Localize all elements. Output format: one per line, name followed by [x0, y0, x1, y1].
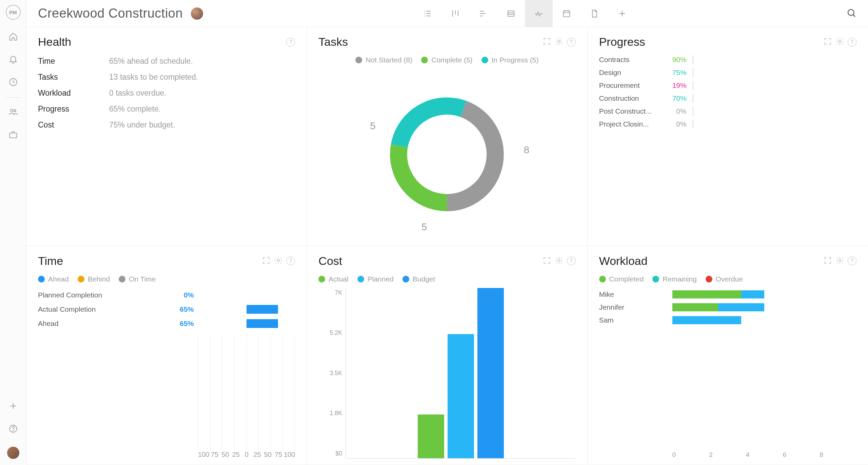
project-avatar[interactable]: [191, 7, 203, 20]
legend-label: Actual: [329, 275, 348, 283]
svg-point-14: [277, 259, 280, 261]
expand-icon[interactable]: [542, 37, 551, 47]
expand-icon[interactable]: [262, 256, 271, 266]
workload-bar-bed: [672, 303, 856, 311]
progress-bar-bed: [693, 120, 856, 128]
add-icon[interactable]: [8, 401, 18, 412]
workload-legend: Completed Remaining Overdue: [599, 275, 856, 283]
expand-icon[interactable]: [823, 256, 832, 266]
legend-item[interactable]: Ahead: [38, 275, 69, 283]
legend-item[interactable]: Behind: [78, 275, 110, 283]
tab-list[interactable]: [414, 0, 441, 27]
briefcase-icon[interactable]: [8, 130, 18, 140]
legend-item[interactable]: Complete (5): [421, 56, 472, 64]
search-icon[interactable]: [846, 8, 856, 19]
legend-item[interactable]: Remaining: [652, 275, 696, 283]
help-icon[interactable]: ?: [848, 256, 856, 265]
donut-label-complete: 5: [421, 221, 427, 233]
legend-dot: [119, 276, 125, 283]
current-user-avatar[interactable]: [7, 447, 19, 459]
expand-icon[interactable]: [823, 37, 832, 47]
axis-tick: 6: [783, 451, 820, 459]
gear-icon[interactable]: [555, 256, 564, 266]
axis-tick: 100: [284, 451, 295, 459]
time-label: Ahead: [38, 319, 167, 328]
workload-bar-bed: [672, 316, 856, 324]
axis-tick: 100: [198, 451, 209, 459]
legend-item[interactable]: Not Started (8): [355, 56, 412, 64]
tab-file[interactable]: [580, 0, 608, 27]
tab-table[interactable]: [497, 0, 525, 27]
legend-item[interactable]: On Time: [119, 275, 156, 283]
dashboard-grid: Health ? Time 65% ahead of schedule. Tas…: [26, 27, 868, 465]
progress-percent: 75%: [663, 69, 687, 77]
gear-icon[interactable]: [835, 256, 844, 266]
legend-item[interactable]: Planned: [357, 275, 394, 283]
tab-board[interactable]: [441, 0, 469, 27]
legend-label: Budget: [413, 275, 435, 283]
legend-item[interactable]: Budget: [402, 275, 435, 283]
axis-tick: 75: [273, 451, 284, 459]
help-icon[interactable]: ?: [567, 38, 576, 46]
legend-item[interactable]: Completed: [599, 275, 644, 283]
axis-tick: 25: [231, 451, 241, 459]
legend-dot: [706, 276, 712, 283]
page-title: Creekwood Construction: [38, 6, 183, 21]
legend-item[interactable]: In Progress (5): [481, 56, 539, 64]
axis-tick: 7K: [335, 289, 342, 296]
progress-bar-bed: [693, 69, 856, 76]
legend-label: Overdue: [716, 275, 743, 283]
bell-icon[interactable]: [8, 55, 18, 65]
gear-icon[interactable]: [835, 37, 844, 47]
app-logo[interactable]: PM: [6, 5, 21, 20]
health-row: Tasks 13 tasks to be completed.: [38, 69, 295, 85]
legend-label: Remaining: [663, 275, 696, 283]
time-legend: Ahead Behind On Time: [38, 275, 295, 283]
tab-calendar[interactable]: [553, 0, 580, 27]
health-label: Cost: [38, 120, 109, 130]
svg-point-8: [848, 9, 854, 16]
clock-icon[interactable]: [8, 77, 18, 88]
home-icon[interactable]: [8, 32, 18, 42]
svg-point-15: [558, 259, 560, 261]
rail-divider: [6, 97, 20, 98]
svg-point-1: [10, 109, 13, 112]
health-value: 13 tasks to be completed.: [109, 73, 198, 82]
cost-y-axis: 7K5.2K3.5K1.8K$0: [318, 288, 346, 459]
help-icon[interactable]: ?: [286, 38, 295, 46]
people-icon[interactable]: [8, 107, 18, 118]
tab-dashboard[interactable]: [525, 0, 553, 27]
help-icon[interactable]: ?: [567, 256, 576, 265]
legend-label: Behind: [88, 275, 110, 283]
expand-icon[interactable]: [542, 256, 551, 266]
donut-label-not-started: 8: [524, 144, 529, 156]
legend-item[interactable]: Overdue: [706, 275, 743, 283]
progress-percent: 90%: [663, 56, 687, 64]
help-icon[interactable]: [8, 424, 18, 434]
progress-label: Post Construct...: [599, 107, 657, 115]
axis-tick: 3.5K: [330, 370, 342, 377]
workload-segment: [672, 290, 742, 298]
panel-title: Progress: [599, 35, 645, 49]
panel-title: Time: [38, 254, 63, 268]
donut-chart: [382, 90, 511, 219]
workload-rows: Mike Jennifer Sam: [599, 288, 856, 327]
time-bar: [246, 305, 278, 314]
tab-add[interactable]: [608, 0, 636, 27]
help-icon[interactable]: ?: [848, 38, 856, 46]
health-label: Time: [38, 57, 109, 66]
gear-icon[interactable]: [555, 37, 564, 47]
panel-title: Cost: [318, 254, 342, 268]
panel-time: Time ? Ahead Behind On Time Planned: [26, 246, 307, 465]
legend-item[interactable]: Actual: [318, 275, 348, 283]
legend-label: Completed: [609, 275, 644, 283]
workload-axis: 02468: [599, 451, 856, 459]
axis-tick: 2: [709, 451, 746, 459]
gear-icon[interactable]: [274, 256, 283, 266]
help-icon[interactable]: ?: [286, 256, 295, 265]
view-tabs: [414, 0, 636, 27]
health-label: Workload: [38, 89, 109, 98]
tab-gantt[interactable]: [469, 0, 497, 27]
panel-title: Workload: [599, 254, 648, 268]
axis-tick: 25: [252, 451, 262, 459]
